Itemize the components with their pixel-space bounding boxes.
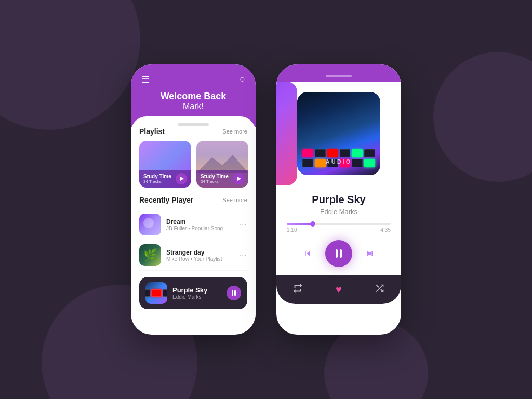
- progress-bar-fill: [287, 223, 313, 225]
- playlist-card-2[interactable]: Study Time 34 Tracks: [196, 141, 248, 188]
- song-dots-dream[interactable]: ···: [239, 220, 247, 229]
- k12: [364, 159, 375, 167]
- k6: [364, 149, 375, 157]
- song-item-stranger[interactable]: 🌿 Stranger day Mike Row • Your Playlist …: [139, 240, 247, 271]
- song-meta-dream: JB Fuller • Popular Song: [166, 225, 239, 231]
- card-title-1: Study Time: [143, 174, 171, 179]
- time-total: 4:35: [381, 227, 391, 233]
- k11: [352, 159, 363, 167]
- pause-button[interactable]: [325, 240, 352, 267]
- now-playing-artist: Eddie Marks: [172, 294, 221, 300]
- playlist-see-more[interactable]: See more: [222, 128, 247, 135]
- song-item-dream[interactable]: Dream JB Fuller • Popular Song ···: [139, 209, 247, 240]
- now-playing-pause-btn[interactable]: [227, 286, 241, 300]
- welcome-text: Welcome Back Mark!: [141, 91, 245, 111]
- song-meta-stranger: Mike Row • Your Playlist: [166, 256, 239, 262]
- playlist-title: Playlist: [139, 127, 165, 136]
- song-thumb-stranger: 🌿: [139, 244, 161, 266]
- phone-notch: [178, 123, 209, 126]
- now-playing-bar[interactable]: Purple Sky Eddie Marks: [139, 277, 247, 309]
- song-name-stranger: Stranger day: [166, 249, 239, 256]
- audio-label: AUDIO: [326, 158, 352, 165]
- album-art-content: AUDIO: [297, 92, 380, 175]
- time-row: 1:10 4:35: [287, 227, 391, 233]
- progress-thumb: [310, 221, 315, 227]
- bottom-actions: ♥: [276, 275, 401, 304]
- key-3: [151, 289, 162, 297]
- dream-circle: [143, 218, 154, 228]
- next-icon: [365, 248, 375, 259]
- card-overlay-1: Study Time 34 Tracks: [139, 170, 191, 188]
- pause-bar-2: [234, 290, 236, 296]
- side-art-left: [276, 82, 297, 185]
- now-playing-thumb: [145, 282, 167, 304]
- next-button[interactable]: [365, 248, 375, 259]
- repeat-button[interactable]: [292, 283, 303, 297]
- playlist-play-btn-1[interactable]: [176, 173, 187, 184]
- player-section: Purple Sky Eddie Marks 1:10 4:35: [276, 185, 401, 267]
- shuffle-icon: [374, 283, 385, 294]
- recently-played-section: Recently Player See more Dream JB Fuller…: [139, 196, 247, 271]
- repeat-icon: [292, 283, 303, 294]
- phone-top-bar: [276, 64, 401, 75]
- keyboard-mini: [145, 284, 167, 302]
- song-info-stranger: Stranger day Mike Row • Your Playlist: [166, 249, 239, 262]
- phone-left: ☰ ○ Welcome Back Mark! Playlist See more: [131, 64, 256, 335]
- song-thumb-dream: [139, 214, 161, 235]
- card-title-2: Study Time: [201, 174, 229, 179]
- bg-decoration-1: [0, 0, 140, 130]
- card-tracks-2: 34 Tracks: [201, 179, 229, 184]
- playlist-cards: Study Time 34 Tracks: [139, 141, 247, 188]
- song-name-dream: Dream: [166, 218, 239, 225]
- k8: [315, 159, 326, 167]
- song-dots-stranger[interactable]: ···: [239, 250, 247, 260]
- card-text-2: Study Time 34 Tracks: [201, 174, 229, 184]
- k5: [352, 149, 363, 157]
- k3: [327, 149, 338, 157]
- pause-icon: [232, 290, 236, 296]
- hamburger-icon[interactable]: ☰: [141, 75, 150, 84]
- phone-right: AUDIO Purple Sky Eddie Marks 1:10: [276, 64, 401, 335]
- pause-bar-1: [232, 290, 233, 296]
- track-title: Purple Sky: [287, 194, 391, 206]
- shuffle-button[interactable]: [374, 283, 385, 297]
- prev-icon: [302, 248, 313, 259]
- controls-row: [287, 240, 391, 267]
- welcome-subtitle: Mark!: [141, 102, 245, 111]
- now-playing-title: Purple Sky: [172, 286, 221, 294]
- album-art-section: AUDIO: [276, 82, 401, 185]
- k2: [315, 149, 326, 157]
- search-icon[interactable]: ○: [240, 74, 245, 85]
- progress-bar-track[interactable]: [287, 223, 391, 225]
- album-art-main: AUDIO: [297, 92, 380, 175]
- svg-rect-1: [371, 251, 373, 256]
- pause-bar-large-2: [340, 249, 342, 258]
- phone-content: Playlist See more Study Time 34 Tracks: [131, 116, 256, 319]
- pause-icon-large: [336, 249, 342, 258]
- welcome-title: Welcome Back: [141, 91, 245, 102]
- heart-button[interactable]: ♥: [336, 284, 342, 296]
- song-info-dream: Dream JB Fuller • Popular Song: [166, 218, 239, 231]
- progress-container[interactable]: [287, 223, 391, 225]
- recently-title: Recently Player: [139, 196, 193, 204]
- card-overlay-2: Study Time 34 Tracks: [196, 170, 248, 188]
- side-art-right: [380, 82, 401, 185]
- bg-decoration-3: [433, 52, 532, 182]
- k7: [302, 159, 313, 167]
- playlist-card-1[interactable]: Study Time 34 Tracks: [139, 141, 191, 188]
- recently-section-header: Recently Player See more: [139, 196, 247, 204]
- playlist-play-btn-2[interactable]: [233, 173, 244, 184]
- header-top: ☰ ○: [141, 74, 245, 85]
- phone-speaker: [276, 75, 401, 82]
- pause-bar-large-1: [336, 249, 338, 258]
- k1: [302, 149, 313, 157]
- playlist-section-header: Playlist See more: [139, 127, 247, 136]
- prev-button[interactable]: [302, 248, 313, 259]
- side-art-left-bg: [276, 82, 297, 185]
- time-current: 1:10: [287, 227, 297, 233]
- card-tracks-1: 34 Tracks: [143, 179, 171, 184]
- card-text-1: Study Time 34 Tracks: [143, 174, 171, 184]
- recently-see-more[interactable]: See more: [222, 197, 247, 203]
- leaf-icon: 🌿: [143, 248, 157, 262]
- track-artist: Eddie Marks: [287, 208, 391, 216]
